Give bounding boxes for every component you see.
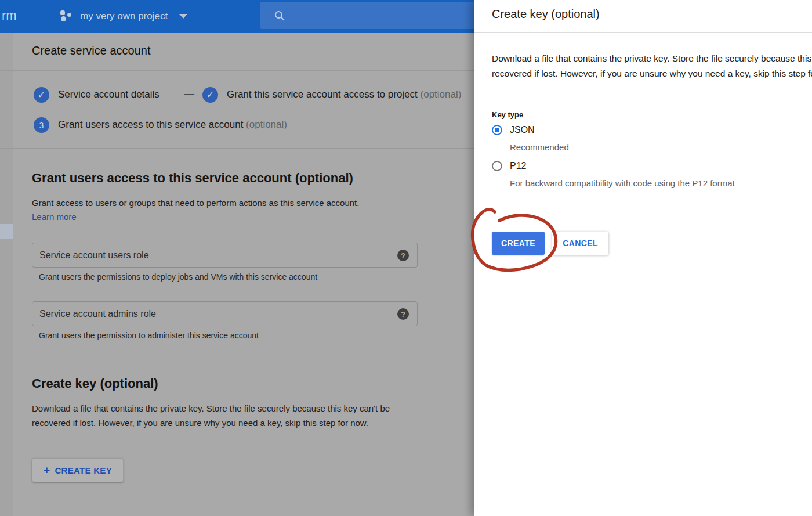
service-account-users-role-field[interactable]: ? (32, 243, 418, 268)
section-heading-create-key: Create key (optional) (32, 376, 158, 391)
section-description: Grant access to users or groups that nee… (32, 196, 426, 210)
radio-option-json[interactable]: JSON (492, 125, 535, 135)
step3-number-circle[interactable]: 3 (34, 117, 49, 133)
learn-more-link[interactable]: Learn more (32, 212, 77, 222)
step2-optional-text: (optional) (420, 89, 462, 100)
check-icon: ✓ (206, 89, 214, 100)
plus-icon: + (44, 464, 50, 477)
step-separator: — (184, 88, 194, 100)
radio-p12-sublabel: For backward compatibility with code usi… (510, 178, 735, 188)
step2-label-text: Grant this service account access to pro… (227, 89, 420, 100)
step3-label[interactable]: Grant users access to this service accou… (58, 119, 287, 131)
panel-description: Download a file that contains the privat… (492, 51, 812, 81)
project-selector-label: my very own project (80, 10, 168, 22)
left-nav-edge (0, 33, 13, 516)
create-key-panel: Create key (optional) Download a file th… (474, 0, 812, 516)
field-helper-text: Grant users the permissions to deploy jo… (39, 272, 317, 282)
create-button[interactable]: CREATE (492, 232, 545, 255)
divider (474, 221, 812, 221)
help-icon[interactable]: ? (397, 250, 409, 261)
left-nav-selected-item[interactable] (0, 224, 13, 239)
project-selector[interactable]: my very own project (59, 0, 187, 33)
search-icon (274, 10, 285, 21)
chevron-down-icon (179, 14, 187, 19)
screen: Create service account ✓ Service account… (0, 0, 812, 516)
divider (0, 42, 13, 42)
project-icon (59, 9, 73, 23)
step3-optional-text: (optional) (246, 119, 287, 130)
step1-check-circle[interactable]: ✓ (34, 87, 49, 103)
step1-label[interactable]: Service account details (58, 89, 160, 100)
radio-unselected-icon[interactable] (492, 161, 502, 171)
radio-option-p12[interactable]: P12 (492, 161, 526, 171)
step3-number: 3 (39, 121, 44, 130)
radio-json-sublabel: Recommended (510, 142, 569, 152)
radio-p12-label: P12 (510, 161, 526, 171)
divider (474, 32, 812, 33)
field-helper-text: Grant users the permission to administer… (39, 331, 259, 340)
create-key-button[interactable]: + CREATE KEY (32, 458, 124, 482)
create-key-description: Download a file that contains the privat… (32, 401, 422, 430)
product-name-fragment: rm (2, 8, 17, 23)
create-key-button-label: CREATE KEY (55, 466, 112, 475)
check-icon: ✓ (38, 89, 45, 100)
radio-selected-icon[interactable] (492, 125, 502, 135)
service-account-admins-role-input[interactable] (32, 302, 417, 326)
panel-title: Create key (optional) (492, 8, 600, 21)
service-account-users-role-input[interactable] (32, 243, 417, 267)
section-heading-grant-users: Grant users access to this service accou… (32, 171, 353, 186)
step2-label[interactable]: Grant this service account access to pro… (227, 89, 461, 100)
page-title: Create service account (32, 44, 151, 57)
radio-json-label: JSON (510, 125, 535, 135)
key-type-label: Key type (492, 110, 523, 119)
service-account-admins-role-field[interactable]: ? (32, 301, 418, 326)
divider (13, 33, 13, 516)
cancel-button[interactable]: CANCEL (552, 232, 608, 255)
step2-check-circle[interactable]: ✓ (202, 87, 218, 103)
step3-label-text: Grant users access to this service accou… (58, 119, 246, 130)
help-icon[interactable]: ? (397, 308, 409, 320)
